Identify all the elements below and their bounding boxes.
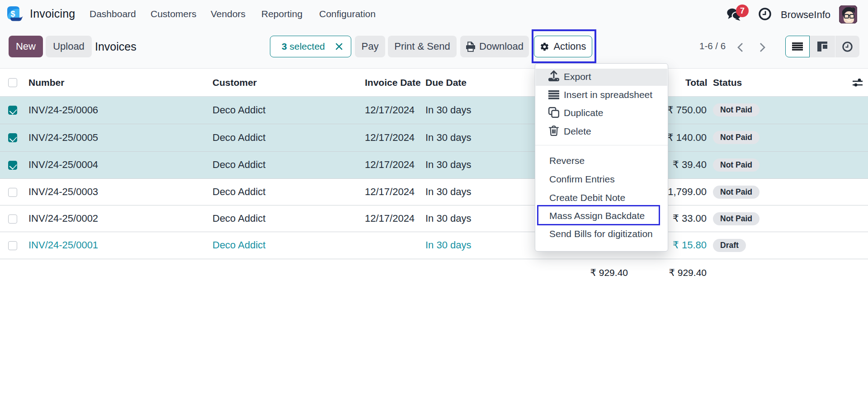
svg-text:$: $ bbox=[10, 9, 15, 19]
